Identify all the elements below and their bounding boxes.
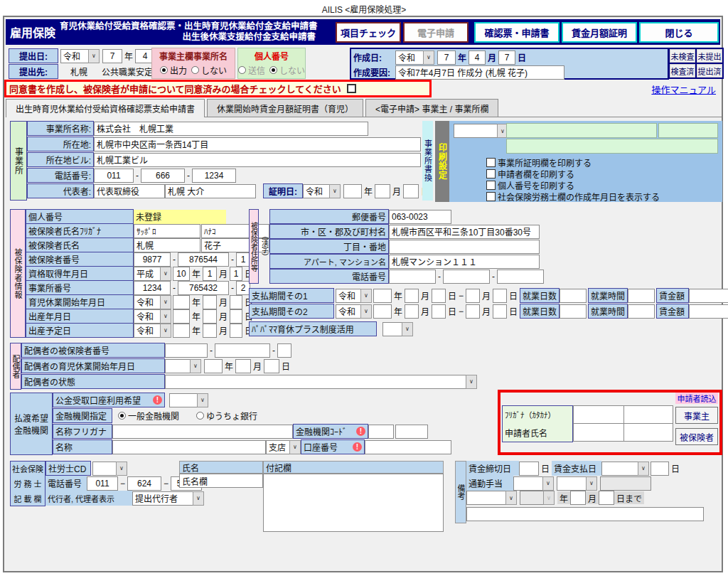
chevron-down-icon[interactable]: ∨ [116,462,127,476]
status-checked-button[interactable]: 検査済 [670,64,695,78]
period2-month2-field[interactable] [466,304,480,319]
radio-general-bank[interactable] [118,412,126,420]
submit-era-select[interactable]: 令和 [60,49,89,63]
bank-code-field-1[interactable] [368,425,394,439]
cert-day-field[interactable] [403,184,419,198]
period2-work-days-field[interactable] [560,304,587,319]
chevron-down-icon[interactable]: ∨ [505,491,517,505]
status-unchecked-button[interactable]: 未検査 [670,49,695,63]
chevron-down-icon[interactable]: ∨ [160,295,171,309]
sharoushi-cd-select[interactable] [92,462,117,476]
due-era-select[interactable]: 令和 [134,324,161,338]
chevron-down-icon[interactable]: ∨ [360,289,372,303]
remarks-month-field[interactable] [570,491,586,505]
apartment-field[interactable]: 札幌マンション１１１ [389,255,540,269]
tab-birth-childcare-application[interactable]: 出生時育児休業給付受給資格確認票支給申請書 [6,99,205,117]
forms-button[interactable]: 確認票・申請書 [474,22,560,43]
office-tel3-field[interactable]: 1234 [192,169,236,183]
manual-link[interactable]: 操作マニュアル [651,82,716,96]
insured-number-3[interactable]: 1 [236,252,250,267]
applicant-furigana-first-field[interactable] [623,405,673,424]
status-unsubmitted-button[interactable]: 未提出 [697,49,722,63]
cert-month-field[interactable] [375,184,390,198]
office-tel1-field[interactable]: 011 [94,169,134,183]
due-month-field[interactable] [203,324,217,338]
chevron-down-icon[interactable]: ∨ [423,50,434,65]
period2-month-field[interactable] [405,304,419,319]
birth-month-field[interactable] [203,309,217,324]
radio-output[interactable] [160,66,168,74]
chevron-down-icon[interactable]: ∨ [190,359,201,373]
remarks-day-field[interactable] [599,491,614,505]
office-number-3[interactable]: 2 [236,281,250,295]
period1-work-days-field[interactable] [560,289,587,303]
load-insured-button[interactable]: 被保険者 [675,428,718,445]
created-day-field[interactable]: 7 [498,50,515,65]
birth-year-field[interactable] [173,309,190,324]
commute-amount-field[interactable] [600,476,651,491]
radio-no-send[interactable] [269,66,277,74]
period2-work-hours-field[interactable] [628,304,655,319]
insured-tel3-field[interactable] [497,270,544,284]
period1-wage-field[interactable] [689,289,728,303]
remarks-year-select[interactable] [520,491,544,505]
cert-year-field[interactable] [343,184,362,198]
close-button[interactable]: 閉じる [639,22,719,43]
tab-wage-monthly-cert[interactable]: 休業開始時賃金月額証明書（育児） [207,99,363,117]
status-submitted-button[interactable]: 提出済 [697,64,722,78]
bank-code-field-2[interactable] [395,425,428,439]
period1-work-hours-field[interactable] [628,289,655,303]
wage-payday-select[interactable] [601,462,638,476]
bank-furigana-field[interactable] [112,425,293,439]
period1-day-field[interactable] [432,289,446,303]
insured-tel2-field[interactable] [443,270,490,284]
print-style-select[interactable]: ∨ [454,124,508,138]
qualify-year-field[interactable]: 10 [173,267,190,281]
office-tel2-field[interactable]: 666 [141,169,185,183]
sharoushi-note-field[interactable] [263,474,444,532]
chevron-down-icon[interactable]: ∨ [160,309,171,324]
spouse-number-1[interactable] [165,343,208,358]
insured-number-1[interactable]: 9877 [134,252,171,267]
childcare-start-year-field[interactable] [173,295,190,309]
created-year-field[interactable]: 7 [437,50,456,65]
chevron-down-icon[interactable]: ∨ [160,324,171,338]
office-building-field[interactable]: 札幌工業ビル [94,153,421,167]
tab-e-apply-employer[interactable]: <電子申請> 事業主 / 事業所欄 [365,99,498,117]
public-account-select[interactable] [169,393,198,407]
chevron-down-icon[interactable]: ∨ [197,393,208,407]
account-number-field[interactable] [365,440,451,454]
office-name-field[interactable]: 株式会社 札幌工業 [94,122,368,136]
sharoushi-tel1-field[interactable]: 011 [87,476,118,491]
commute-select-2[interactable] [557,476,587,491]
chevron-down-icon[interactable]: ∨ [160,267,171,281]
spouse-status-select[interactable] [165,375,466,389]
chevron-down-icon[interactable]: ∨ [638,462,649,476]
office-number-2[interactable]: 765432 [178,281,229,295]
due-year-field[interactable] [173,324,190,338]
office-address-field[interactable]: 札幌市中央区南一条西14丁目 [94,137,421,151]
print-cert-checkbox[interactable] [486,158,496,167]
period1-era-select[interactable]: 令和 [336,289,361,303]
print-applicant-checkbox[interactable] [486,169,496,178]
item-check-button[interactable]: 項目チェック [336,22,401,43]
created-reason-field[interactable]: 令和7年4月7日 作成分 (札幌 花子) [395,65,564,80]
spouse-year-field[interactable] [204,359,223,373]
birth-era-select[interactable]: 令和 [134,309,161,324]
spouse-number-2[interactable] [215,343,270,358]
qualify-era-select[interactable]: 平成 [134,267,161,281]
cert-era-select[interactable]: 令和 [303,184,330,198]
period1-year-field[interactable] [373,289,392,303]
bank-name-field[interactable] [112,440,266,454]
chevron-down-icon[interactable]: ∨ [543,491,555,505]
wage-cert-button[interactable]: 賃金月額証明 [562,22,637,43]
branch-select-value[interactable]: 支店 [266,440,290,454]
spouse-day-field[interactable] [264,359,279,373]
radio-send[interactable] [238,66,246,74]
wage-payday-day-field[interactable] [651,462,669,476]
childcare-start-month-field[interactable] [203,295,217,309]
print-mynumber-checkbox[interactable] [486,181,496,190]
created-month-field[interactable]: 4 [469,50,486,65]
radio-no-output[interactable] [191,66,199,74]
chevron-down-icon[interactable]: ∨ [542,476,554,491]
